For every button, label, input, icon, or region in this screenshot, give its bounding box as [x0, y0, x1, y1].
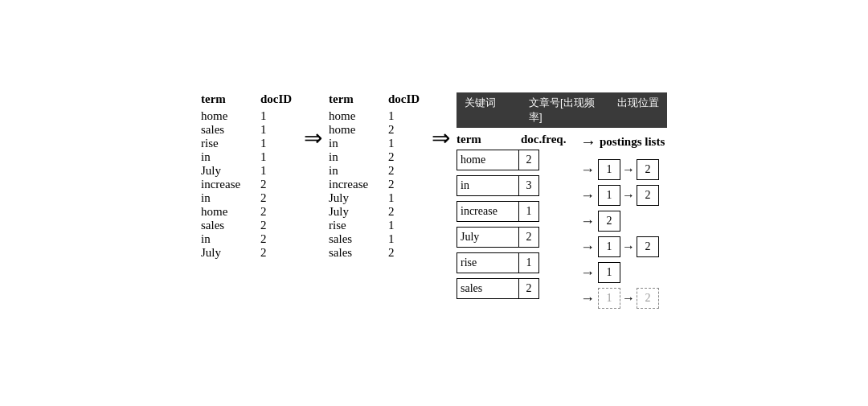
table-row: in2: [201, 191, 289, 205]
docid-cell: 1: [260, 150, 289, 164]
inv-term-box: increase: [457, 201, 519, 222]
term-cell: in: [201, 232, 246, 246]
mid-table-rows: home1home2in1in2in2increase2July1July2ri…: [329, 109, 417, 260]
main-container: term docID home1sales1rise1in1July1incre…: [193, 76, 675, 330]
inv-postings-wrapper: 关键词 文章号[出现频率] 出现位置 term doc.freq. home 2…: [457, 92, 667, 314]
ch-keyword: 关键词: [465, 96, 513, 125]
docid-cell: 1: [260, 123, 289, 137]
inv-row: home 2: [457, 150, 569, 170]
post-arrow: →: [580, 239, 595, 256]
mid-term-header: term: [329, 92, 374, 106]
term-cell: in: [329, 150, 374, 164]
left-docid-header: docID: [260, 92, 289, 106]
postings-row: →1: [580, 262, 665, 283]
table-row: home2: [329, 123, 417, 137]
inv-freq-box: 1: [518, 201, 539, 222]
table-row: July2: [201, 246, 289, 260]
postings-header-label: postings lists: [600, 135, 665, 149]
post-box: 1: [598, 159, 620, 180]
inv-term-box: in: [457, 175, 519, 196]
table-row: sales1: [329, 232, 417, 246]
inv-section: term doc.freq. home 2 in 3 increase 1 Ju…: [457, 133, 569, 304]
table-row: home2: [201, 205, 289, 219]
inv-table-header: term doc.freq.: [457, 133, 569, 146]
table-row: rise1: [201, 137, 289, 150]
postings-row: →1→2: [580, 288, 665, 309]
inv-row: rise 1: [457, 252, 569, 273]
table-row: increase2: [201, 178, 289, 191]
post-box: 1: [598, 185, 620, 206]
arrow1: ⇒: [304, 92, 322, 151]
table-row: home1: [329, 109, 417, 123]
left-table-header: term docID: [201, 92, 289, 106]
table-row: in2: [329, 150, 417, 164]
term-cell: sales: [329, 232, 374, 246]
docid-cell: 2: [388, 178, 417, 191]
left-table: term docID home1sales1rise1in1July1incre…: [201, 92, 289, 260]
post-link-arrow: →: [622, 240, 635, 254]
term-cell: home: [329, 123, 374, 137]
term-cell: in: [329, 137, 374, 150]
post-arrow: →: [580, 265, 595, 281]
inv-freq-box: 2: [518, 150, 539, 170]
term-cell: July: [201, 164, 246, 178]
post-box: 2: [637, 185, 659, 206]
inv-freq-box: 2: [518, 227, 539, 248]
postings-list-header: → postings lists: [580, 133, 665, 151]
term-cell: in: [201, 191, 246, 205]
table-row: in2: [201, 232, 289, 246]
docid-cell: 2: [260, 178, 289, 191]
docid-cell: 2: [388, 246, 417, 260]
post-box: 2: [637, 236, 659, 257]
inv-postings-row: term doc.freq. home 2 in 3 increase 1 Ju…: [457, 133, 667, 314]
docid-cell: 1: [388, 109, 417, 123]
arrow2: ⇒: [432, 92, 450, 151]
post-box: 2: [637, 159, 659, 180]
docid-cell: 2: [260, 191, 289, 205]
inv-freq-box: 3: [518, 175, 539, 196]
ch-freq: 文章号[出现频率]: [529, 96, 601, 125]
inv-term-box: July: [457, 227, 519, 248]
docid-cell: 2: [388, 164, 417, 178]
inv-row: in 3: [457, 175, 569, 196]
mid-table-header: term docID: [329, 92, 417, 106]
term-cell: July: [201, 246, 246, 260]
post-box: 1: [598, 236, 620, 257]
term-cell: in: [201, 150, 246, 164]
mid-table: term docID home1home2in1in2in2increase2J…: [329, 92, 417, 260]
term-cell: July: [329, 191, 374, 205]
inv-row: increase 1: [457, 201, 569, 222]
post-link-arrow: →: [622, 162, 635, 177]
postings-section: → postings lists →1→2→1→2→2→1→2→1→1→2: [580, 133, 665, 314]
term-cell: rise: [329, 219, 374, 232]
left-table-rows: home1sales1rise1in1July1increase2in2home…: [201, 109, 289, 260]
mid-docid-header: docID: [388, 92, 417, 106]
term-cell: July: [329, 205, 374, 219]
table-row: home1: [201, 109, 289, 123]
docid-cell: 1: [388, 191, 417, 205]
term-cell: increase: [201, 178, 246, 191]
docid-cell: 1: [388, 137, 417, 150]
postings-row: →2: [580, 211, 665, 232]
term-cell: home: [329, 109, 374, 123]
inv-term-box: sales: [457, 278, 519, 299]
docid-cell: 2: [388, 150, 417, 164]
inv-term-box: home: [457, 150, 519, 170]
postings-row: →1→2: [580, 159, 665, 180]
table-row: July1: [201, 164, 289, 178]
inv-freq-box: 1: [518, 252, 539, 273]
table-row: July1: [329, 191, 417, 205]
term-cell: sales: [201, 123, 246, 137]
table-row: in1: [329, 137, 417, 150]
docid-cell: 2: [260, 205, 289, 219]
term-cell: rise: [201, 137, 246, 150]
docid-cell: 1: [260, 164, 289, 178]
term-cell: increase: [329, 178, 374, 191]
inv-freq-box: 2: [518, 278, 539, 299]
post-box: 1: [598, 262, 620, 283]
table-row: sales2: [201, 219, 289, 232]
postings-row: →1→2: [580, 236, 665, 257]
docid-cell: 2: [388, 123, 417, 137]
table-row: rise1: [329, 219, 417, 232]
post-arrow: →: [580, 162, 595, 178]
